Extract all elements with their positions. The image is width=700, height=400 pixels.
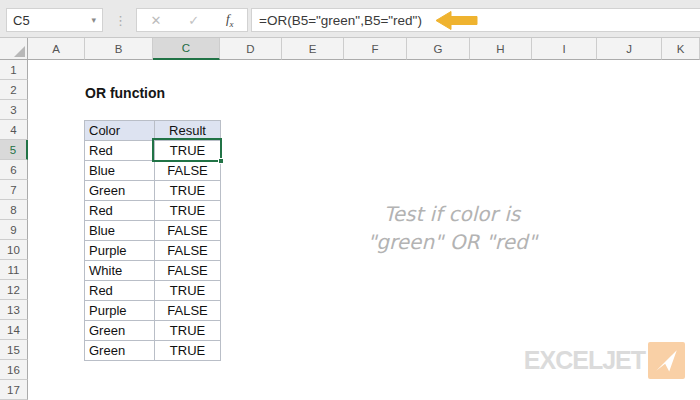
table-row: RedTRUE: [85, 201, 221, 221]
annotation-text: Test if color is "green" OR "red": [297, 200, 607, 256]
exceljet-logo-text: EXCELJET: [524, 346, 645, 375]
column-header-i[interactable]: I: [532, 38, 597, 60]
table-cell[interactable]: Blue: [85, 161, 155, 181]
row-header-15[interactable]: 15: [0, 340, 28, 360]
worksheet-title: OR function: [85, 85, 165, 101]
table-cell[interactable]: TRUE: [155, 341, 221, 361]
table-row: RedTRUE: [85, 281, 221, 301]
table-cell[interactable]: TRUE: [155, 321, 221, 341]
table-cell[interactable]: FALSE: [155, 301, 221, 321]
column-header-d[interactable]: D: [220, 38, 282, 60]
paper-plane-icon: [648, 342, 685, 379]
table-cell[interactable]: Purple: [85, 301, 155, 321]
table-row: GreenTRUE: [85, 341, 221, 361]
chevron-down-icon[interactable]: ▾: [91, 15, 96, 25]
formula-buttons: ✕ ✓ fx: [136, 8, 248, 32]
table-cell[interactable]: TRUE: [155, 281, 221, 301]
sheet-area: OR function ColorResultRedTRUEBlueFALSEG…: [28, 60, 700, 400]
table-row: GreenTRUE: [85, 181, 221, 201]
table-cell[interactable]: Green: [85, 181, 155, 201]
row-header-6[interactable]: 6: [0, 160, 28, 180]
table-cell[interactable]: White: [85, 261, 155, 281]
row-header-8[interactable]: 8: [0, 200, 28, 220]
row-header-7[interactable]: 7: [0, 180, 28, 200]
table-cell[interactable]: FALSE: [155, 261, 221, 281]
formula-text: =OR(B5="green",B5="red"): [259, 13, 422, 28]
row-header-13[interactable]: 13: [0, 300, 28, 320]
table-header-cell[interactable]: Color: [85, 121, 155, 141]
table-cell[interactable]: TRUE: [155, 201, 221, 221]
table-cell[interactable]: Green: [85, 321, 155, 341]
table-cell[interactable]: FALSE: [155, 221, 221, 241]
column-header-k[interactable]: K: [662, 38, 700, 60]
table-row: PurpleFALSE: [85, 301, 221, 321]
row-header-14[interactable]: 14: [0, 320, 28, 340]
table-row: BlueFALSE: [85, 161, 221, 181]
table-row: PurpleFALSE: [85, 241, 221, 261]
row-header-1[interactable]: 1: [0, 60, 28, 80]
exceljet-logo: EXCELJET: [524, 342, 685, 379]
fill-handle[interactable]: [218, 158, 224, 164]
enter-icon[interactable]: ✓: [188, 13, 199, 28]
row-header-16[interactable]: 16: [0, 360, 28, 380]
name-box-value: C5: [13, 13, 30, 28]
table-cell[interactable]: Green: [85, 341, 155, 361]
table-row: WhiteFALSE: [85, 261, 221, 281]
column-header-f[interactable]: F: [344, 38, 407, 60]
formula-bar: C5 ▾ ⋮ ✕ ✓ fx =OR(B5="green",B5="red"): [0, 0, 700, 38]
table-cell[interactable]: Blue: [85, 221, 155, 241]
table-cell[interactable]: FALSE: [155, 241, 221, 261]
excel-screenshot: C5 ▾ ⋮ ✕ ✓ fx =OR(B5="green",B5="red") A…: [0, 0, 700, 400]
column-header-g[interactable]: G: [407, 38, 470, 60]
callout-arrow-icon: [436, 11, 478, 30]
row-header-12[interactable]: 12: [0, 280, 28, 300]
row-header-2[interactable]: 2: [0, 80, 28, 100]
row-header-10[interactable]: 10: [0, 240, 28, 260]
cancel-icon[interactable]: ✕: [150, 13, 161, 28]
table-row: GreenTRUE: [85, 321, 221, 341]
row-header-4[interactable]: 4: [0, 120, 28, 140]
row-header-17[interactable]: 17: [0, 380, 28, 400]
column-header-a[interactable]: A: [28, 38, 85, 60]
column-header-j[interactable]: J: [597, 38, 662, 60]
fx-x: x: [230, 19, 234, 29]
select-all-triangle-icon: [14, 46, 25, 57]
table-cell[interactable]: Purple: [85, 241, 155, 261]
select-all-corner[interactable]: [0, 38, 28, 60]
row-header-3[interactable]: 3: [0, 100, 28, 120]
column-header-h[interactable]: H: [470, 38, 532, 60]
separator-dots-icon: ⋮: [114, 8, 127, 32]
row-headers: 1234567891011121314151617: [0, 60, 28, 400]
column-header-c[interactable]: C: [153, 38, 220, 60]
column-headers: ABCDEFGHIJK: [28, 38, 700, 60]
row-header-11[interactable]: 11: [0, 260, 28, 280]
row-header-5[interactable]: 5: [0, 140, 28, 160]
table-cell[interactable]: Red: [85, 281, 155, 301]
name-box[interactable]: C5 ▾: [6, 8, 103, 32]
column-header-e[interactable]: E: [282, 38, 344, 60]
selected-cell-outline[interactable]: [152, 138, 222, 162]
annotation-line-1: Test if color is: [297, 200, 607, 228]
column-header-b[interactable]: B: [85, 38, 153, 60]
table-cell[interactable]: Red: [85, 201, 155, 221]
annotation-line-2: "green" OR "red": [297, 228, 607, 256]
table-row: BlueFALSE: [85, 221, 221, 241]
row-header-9[interactable]: 9: [0, 220, 28, 240]
table-cell[interactable]: Red: [85, 141, 155, 161]
table-cell[interactable]: TRUE: [155, 181, 221, 201]
insert-function-icon[interactable]: fx: [226, 11, 234, 29]
table-cell[interactable]: FALSE: [155, 161, 221, 181]
